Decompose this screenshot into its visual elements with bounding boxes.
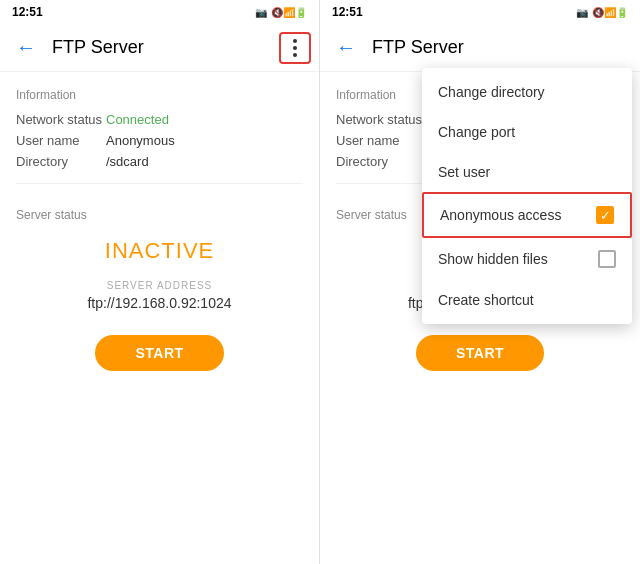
- left-app-bar: ← FTP Server: [0, 24, 319, 72]
- right-status-bar: 12:51 📷 🔇📶🔋: [320, 0, 640, 24]
- left-username-value: Anonymous: [106, 133, 175, 148]
- left-directory-label: Directory: [16, 154, 106, 169]
- right-app-bar: ← FTP Server: [320, 24, 640, 72]
- camera-icon: 📷: [255, 7, 267, 18]
- show-hidden-files-checkbox[interactable]: [598, 250, 616, 268]
- right-back-button[interactable]: ←: [328, 28, 364, 67]
- right-directory-label: Directory: [336, 154, 426, 169]
- right-app-title: FTP Server: [372, 37, 632, 58]
- right-signal-icons: 🔇📶🔋: [592, 7, 628, 18]
- anonymous-access-checkbox[interactable]: ✓: [596, 206, 614, 224]
- change-port-label: Change port: [438, 124, 515, 140]
- left-network-label: Network status: [16, 112, 106, 127]
- left-network-value: Connected: [106, 112, 169, 127]
- signal-icons: 🔇📶🔋: [271, 7, 307, 18]
- change-directory-label: Change directory: [438, 84, 545, 100]
- left-divider: [16, 183, 303, 184]
- left-directory-value: /sdcard: [106, 154, 149, 169]
- left-app-title: FTP Server: [52, 37, 279, 58]
- left-status-icons: 📷 🔇📶🔋: [255, 7, 307, 18]
- right-time: 12:51: [332, 5, 363, 19]
- menu-item-create-shortcut[interactable]: Create shortcut: [422, 280, 632, 320]
- right-start-button[interactable]: START: [416, 335, 544, 371]
- right-phone-panel: 12:51 📷 🔇📶🔋 ← FTP Server Information Net…: [320, 0, 640, 564]
- left-content: Information Network status Connected Use…: [0, 72, 319, 564]
- left-directory-row: Directory /sdcard: [16, 154, 303, 169]
- three-dots-icon: [293, 39, 297, 57]
- menu-item-change-directory[interactable]: Change directory: [422, 72, 632, 112]
- menu-item-change-port[interactable]: Change port: [422, 112, 632, 152]
- left-phone-panel: 12:51 📷 🔇📶🔋 ← FTP Server Information Net…: [0, 0, 320, 564]
- left-start-button[interactable]: START: [95, 335, 223, 371]
- left-time: 12:51: [12, 5, 43, 19]
- left-status-bar: 12:51 📷 🔇📶🔋: [0, 0, 319, 24]
- set-user-label: Set user: [438, 164, 490, 180]
- left-username-label: User name: [16, 133, 106, 148]
- left-more-button[interactable]: [279, 32, 311, 64]
- right-network-label: Network status: [336, 112, 426, 127]
- menu-item-show-hidden-files[interactable]: Show hidden files: [422, 238, 632, 280]
- left-network-status-row: Network status Connected: [16, 112, 303, 127]
- left-info-section-label: Information: [16, 88, 303, 102]
- menu-item-set-user[interactable]: Set user: [422, 152, 632, 192]
- right-server-status-label: Server status: [336, 208, 407, 222]
- create-shortcut-label: Create shortcut: [438, 292, 534, 308]
- left-server-address-value: ftp://192.168.0.92:1024: [87, 295, 231, 311]
- menu-item-anonymous-access[interactable]: Anonymous access ✓: [422, 192, 632, 238]
- left-inactive-status: INACTIVE: [105, 238, 214, 264]
- left-server-status-section: Server status INACTIVE SERVER ADDRESS ft…: [16, 198, 303, 381]
- right-status-icons: 📷 🔇📶🔋: [576, 7, 628, 18]
- left-back-button[interactable]: ←: [8, 28, 44, 67]
- show-hidden-files-label: Show hidden files: [438, 251, 548, 267]
- right-camera-icon: 📷: [576, 7, 588, 18]
- left-server-address-label: SERVER ADDRESS: [107, 280, 213, 291]
- right-username-label: User name: [336, 133, 426, 148]
- anonymous-access-label: Anonymous access: [440, 207, 561, 223]
- left-server-status-label: Server status: [16, 208, 87, 222]
- dropdown-menu: Change directory Change port Set user An…: [422, 68, 632, 324]
- left-username-row: User name Anonymous: [16, 133, 303, 148]
